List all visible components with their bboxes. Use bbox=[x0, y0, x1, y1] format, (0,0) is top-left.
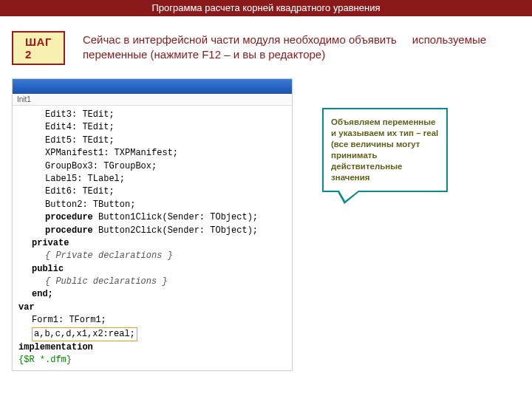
slide-content: ШАГ 2 Сейчас в интерфейсной части модуля… bbox=[0, 16, 532, 371]
step-row: ШАГ 2 Сейчас в интерфейсной части модуля… bbox=[12, 31, 520, 65]
code-line: Button2: TButton; bbox=[18, 199, 289, 211]
code-line: Edit6: TEdit; bbox=[18, 185, 289, 198]
code-line: { Private declarations } bbox=[18, 250, 289, 262]
step-badge: ШАГ 2 bbox=[12, 31, 65, 65]
main-row: Init1 Edit3: TEdit;Edit4: TEdit;Edit5: T… bbox=[12, 78, 520, 371]
code-line: { Public declarations } bbox=[18, 276, 289, 288]
code-line: Form1: TForm1; bbox=[18, 314, 289, 327]
callout-tail-icon bbox=[337, 191, 361, 204]
code-editor-tab: Init1 bbox=[13, 94, 292, 106]
page-title: Программа расчета корней квадратного ура… bbox=[0, 0, 532, 16]
code-editor-titlebar bbox=[13, 79, 292, 94]
code-line: Edit5: TEdit; bbox=[18, 134, 289, 147]
code-line: implementation bbox=[18, 341, 289, 354]
code-line: private bbox=[18, 237, 289, 250]
code-line: Edit4: TEdit; bbox=[18, 121, 289, 134]
code-line: procedure Button2Click(Sender: TObject); bbox=[18, 225, 289, 237]
step-text: Сейчас в интерфейсной части модуля необх… bbox=[83, 31, 520, 63]
code-line: GroupBox3: TGroupBox; bbox=[18, 160, 289, 173]
highlighted-variable-declaration: a,b,c,d,x1,x2:real; bbox=[32, 327, 137, 341]
code-line: a,b,c,d,x1,x2:real; bbox=[18, 327, 289, 341]
code-line: Label5: TLabel; bbox=[18, 173, 289, 185]
code-line: XPManifest1: TXPManifest; bbox=[18, 147, 289, 160]
code-line: public bbox=[18, 263, 289, 276]
code-line: Edit3: TEdit; bbox=[18, 109, 289, 121]
code-area: Edit3: TEdit;Edit4: TEdit;Edit5: TEdit;X… bbox=[13, 106, 292, 370]
callout-box: Объявляем переменные и указываем их тип … bbox=[322, 108, 448, 192]
code-line: {$R *.dfm} bbox=[18, 354, 289, 366]
code-line: procedure Button1Click(Sender: TObject); bbox=[18, 211, 289, 224]
code-editor-window: Init1 Edit3: TEdit;Edit4: TEdit;Edit5: T… bbox=[12, 78, 293, 371]
code-line: var bbox=[18, 301, 289, 314]
callout-text: Объявляем переменные и указываем их тип … bbox=[331, 117, 439, 183]
code-line: end; bbox=[18, 288, 289, 301]
callout: Объявляем переменные и указываем их тип … bbox=[322, 108, 448, 192]
